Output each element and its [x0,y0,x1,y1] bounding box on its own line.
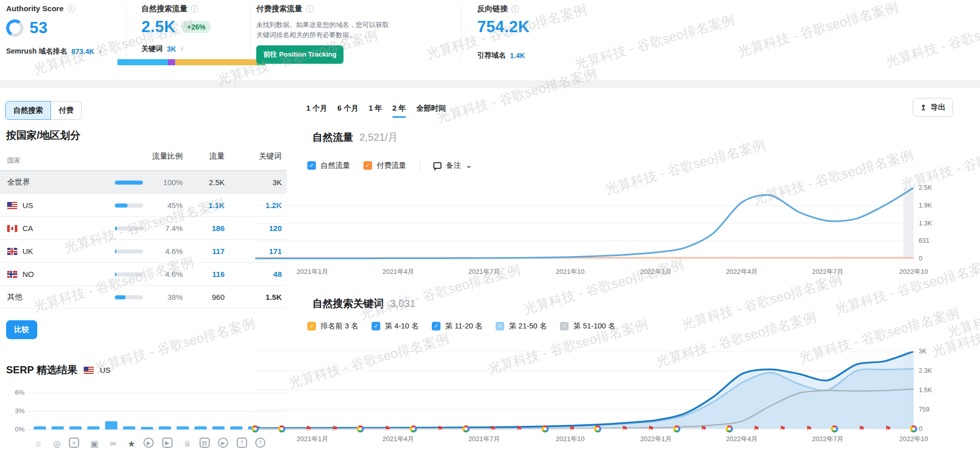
note-flag-icon[interactable]: ⚑ [806,425,813,432]
video-carousel-icon[interactable]: ▶ [143,438,154,448]
serp-bar[interactable] [141,427,153,429]
legend-11-20[interactable]: 第 11-20 名 [432,321,482,331]
serp-bar[interactable] [123,426,135,429]
graduation-cap-icon[interactable]: ⌂ [32,438,45,450]
note-flag-icon[interactable]: ⚑ [648,425,654,432]
info-icon[interactable] [191,5,199,13]
serp-bar[interactable] [230,426,242,429]
checkbox-checked-icon[interactable] [372,322,380,330]
serp-bar[interactable] [52,426,64,429]
legend-51-100[interactable]: 第 51-100 名 [560,321,615,331]
play-icon[interactable]: ▶ [218,438,228,448]
serp-bar[interactable] [105,421,117,429]
note-flag-icon[interactable]: ⚑ [569,425,575,432]
table-row[interactable]: UK 4.6% 117 171 [0,240,287,263]
notes-toggle[interactable]: 备注⌄ [433,161,472,170]
crown-icon[interactable]: ♕ [181,438,194,450]
info-icon[interactable] [67,5,75,12]
note-flag-icon[interactable]: ⚑ [859,425,865,432]
checkbox-checked-icon[interactable] [307,322,316,330]
ref-domains-value[interactable]: 1.4K [510,52,525,60]
google-update-icon[interactable] [410,425,417,432]
info-icon[interactable] [306,5,313,13]
traffic-value[interactable]: 1.1K [193,194,225,217]
note-flag-icon[interactable]: ⚑ [621,425,628,432]
note-flag-icon[interactable]: ⚑ [516,425,523,432]
organic-traffic-value[interactable]: 2.5K [141,18,176,36]
range-2-years[interactable]: 2 年 [393,104,406,118]
range-all-time[interactable]: 全部时间 [416,104,446,118]
serp-bar[interactable] [159,426,171,429]
semrush-domain-overview: Authority Score 53 Semrush 域名排名 873.4K ↑… [0,0,980,459]
checkbox-checked-icon[interactable] [560,322,569,330]
google-update-icon[interactable] [594,425,601,432]
question-icon[interactable]: ? [255,438,265,448]
tab-organic-search[interactable]: 自然搜索 [5,101,51,120]
range-6-months[interactable]: 6 个月 [337,104,358,118]
note-flag-icon[interactable]: ⚑ [384,425,391,432]
video-icon[interactable]: ▶ [162,438,173,448]
image-pack-icon[interactable]: ▣ [88,438,101,450]
traffic-value[interactable]: 117 [193,240,225,263]
note-flag-icon[interactable]: ⚑ [332,425,338,432]
faq-icon[interactable]: ? [237,438,247,448]
table-row[interactable]: US 45% 1.1K 1.2K [0,194,287,217]
google-update-icon[interactable] [252,425,259,432]
google-update-icon[interactable] [673,425,680,432]
legend-21-50[interactable]: 第 21-50 名 [496,321,547,331]
legend-4-10[interactable]: 第 4-10 名 [372,321,419,331]
note-flag-icon[interactable]: ⚑ [753,425,760,432]
image-icon[interactable]: ▤ [200,438,210,448]
serp-bar[interactable] [34,426,46,429]
star-icon[interactable]: ★ [125,438,138,450]
organic-keywords-area-chart[interactable] [255,351,914,430]
y-tick-label: 6% [6,389,24,396]
compare-button[interactable]: 比较 [6,320,37,339]
range-1-month[interactable]: 1 个月 [306,104,327,118]
google-update-icon[interactable] [278,425,285,432]
article-icon[interactable]: ≡ [69,438,79,448]
export-button[interactable]: ↥ 导出 [913,98,953,117]
serp-bar[interactable] [69,426,82,429]
google-update-icon[interactable] [831,425,838,432]
table-row[interactable]: NO 4.6% 116 48 [0,263,287,286]
info-icon[interactable] [511,5,519,13]
google-update-icon[interactable] [542,425,549,432]
organic-traffic-line-chart[interactable] [255,188,914,260]
note-flag-icon[interactable]: ⚑ [700,425,707,432]
checkbox-checked-icon[interactable] [432,322,440,330]
google-update-icon[interactable] [726,425,733,432]
legend-top-3[interactable]: 排名前 3 名 [307,321,358,331]
traffic-value[interactable]: 186 [193,217,225,240]
table-row[interactable]: CA 7.4% 186 120 [0,217,287,240]
legend-organic-traffic[interactable]: 自然流量 [307,161,350,170]
position-tracking-button[interactable]: 前往 Position Tracking [256,45,344,64]
checkbox-checked-icon[interactable] [496,322,504,330]
range-1-year[interactable]: 1 年 [369,104,382,118]
checkbox-checked-icon[interactable] [363,161,372,170]
note-flag-icon[interactable]: ⚑ [305,425,312,432]
table-row[interactable]: 其他 38% 960 1.5K [0,286,287,309]
traffic-value[interactable]: 116 [193,263,225,286]
keywords-value[interactable]: 3K [167,45,176,53]
google-update-icon[interactable] [910,425,917,432]
serp-bar[interactable] [177,426,189,429]
note-flag-icon[interactable]: ⚑ [779,425,786,432]
serp-bar[interactable] [212,426,225,429]
serp-bar[interactable] [194,426,207,429]
note-flag-icon[interactable]: ⚑ [489,425,496,432]
backlinks-value[interactable]: 754.2K [477,18,530,36]
table-row[interactable]: 全世界 100% 2.5K 3K [0,171,287,194]
domain-rank-value[interactable]: 873.4K [71,47,94,56]
note-flag-icon[interactable]: ⚑ [885,425,891,432]
keywords-value[interactable]: 48 [243,263,282,286]
location-pin-icon[interactable]: ◎ [51,438,64,450]
note-flag-icon[interactable]: ⚑ [437,425,444,432]
google-update-icon[interactable] [357,425,364,432]
link-icon[interactable]: ∞ [106,438,119,450]
checkbox-checked-icon[interactable] [307,161,316,170]
serp-bar[interactable] [87,426,100,429]
google-update-icon[interactable] [462,425,470,432]
legend-paid-traffic[interactable]: 付费流量 [363,161,406,170]
tab-paid[interactable]: 付费 [51,101,82,120]
